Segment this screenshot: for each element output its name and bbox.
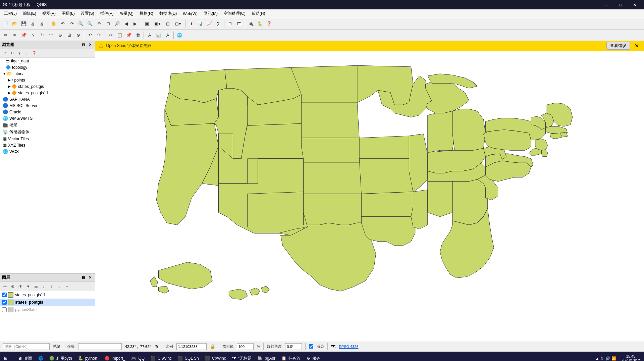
coord-input[interactable] [78, 343, 122, 350]
browser-item-points[interactable]: ▶ • points [0, 77, 95, 83]
layers-panel-close[interactable]: ✕ [87, 275, 93, 281]
maximize-button[interactable]: □ [614, 0, 627, 9]
taskbar-python[interactable]: 🐍 python› [75, 352, 101, 361]
browser-item-topology[interactable]: 🔷 topology [0, 64, 95, 70]
redo2-btn[interactable]: ↷ [95, 31, 103, 40]
menu-layer[interactable]: 图层(L) [59, 10, 77, 17]
view-error-button[interactable]: 查看错误 [606, 42, 630, 50]
tray-network[interactable]: 📶 [611, 356, 616, 361]
layer-more-btn[interactable]: ☰ [32, 283, 40, 290]
browser-item-xyz-tiles[interactable]: ▦ XYZ Tiles [0, 142, 95, 148]
zoom-out-btn[interactable]: 🔍 [86, 19, 94, 28]
save-project-btn[interactable]: 💾 [19, 19, 28, 28]
search-input[interactable] [3, 343, 50, 350]
layer-visibility-btn[interactable]: 👁 [17, 283, 24, 290]
layer-edit-btn[interactable]: ✏ [1, 283, 9, 290]
menu-plugins[interactable]: 插件(P) [98, 10, 116, 17]
browser-item-tutorial[interactable]: ▼ 📁 tutorial [0, 70, 95, 77]
layers-panel-float[interactable]: ⊟ [80, 275, 86, 281]
zoom-prev-btn[interactable]: ◀ [122, 19, 130, 28]
diagram-btn[interactable]: 📊 [154, 31, 163, 40]
snap-btn[interactable]: 📌 [19, 31, 28, 40]
taskbar-python-util[interactable]: 🟢 利用pyth [47, 352, 75, 361]
layer-item-python[interactable]: pythonState [0, 306, 95, 313]
layer-checkbox-states11[interactable] [2, 293, 7, 297]
crs-label[interactable]: EPSG:4326 [339, 345, 358, 349]
minimize-button[interactable]: — [600, 0, 613, 9]
browser-refresh-btn[interactable]: ↻ [9, 50, 15, 57]
python-console-btn[interactable]: 🐍 [256, 19, 264, 28]
print-composer-btn[interactable]: 🗔 [235, 19, 244, 28]
browser-add-btn[interactable]: ⊕ [1, 50, 8, 57]
browser-item-mssql[interactable]: 🔵 MS SQL Server [0, 102, 95, 109]
delete-btn[interactable]: 🗑 [133, 31, 142, 40]
menu-processing[interactable]: 空间处理(C) [221, 10, 248, 17]
browser-panel-float[interactable]: ⊟ [80, 42, 86, 48]
close-button[interactable]: ✕ [628, 0, 641, 9]
zoom-in-btn[interactable]: 🔍 [76, 19, 85, 28]
plugins-btn[interactable]: 🔌 [247, 19, 255, 28]
layer-item-states11[interactable]: states_postgis11 [0, 291, 95, 299]
render-checkbox[interactable] [309, 344, 313, 349]
help-btn[interactable]: ❓ [265, 19, 273, 28]
taskbar-pgadmin[interactable]: 🐘 pgAdr [255, 352, 278, 361]
taskbar-cmd2[interactable]: ⬛ C:\Winc [202, 352, 229, 361]
taskbar-taskmanager[interactable]: 📋 任务管 [279, 352, 303, 361]
select-drop-btn[interactable]: ▣▾ [152, 19, 163, 28]
layer-checkbox-python[interactable] [2, 307, 7, 312]
copy-btn[interactable]: 📋 [115, 31, 124, 40]
tray-expand[interactable]: ▲ [595, 356, 599, 360]
edit-btn[interactable]: ✒ [10, 31, 19, 40]
menu-vector[interactable]: 矢量(Q) [117, 10, 136, 17]
browser-item-tiger[interactable]: 🗃 tiger_data [0, 58, 95, 64]
browser-item-scene[interactable]: 🎬 场景 [0, 121, 95, 128]
layer-sort-btn[interactable]: ↕ [40, 283, 47, 290]
browser-item-states-postgis11[interactable]: ▶ 🔶 states_postgis11 [0, 90, 95, 96]
simplify-btn[interactable]: 〰 [47, 31, 55, 40]
undo2-btn[interactable]: ↶ [86, 31, 94, 40]
paste-btn[interactable]: 📌 [124, 31, 133, 40]
deselect-drop-btn[interactable]: ◻▾ [172, 19, 184, 28]
layer-filter-btn[interactable]: ▼ [24, 283, 32, 290]
taskbar-qgis[interactable]: 🗺 *无标题 [229, 352, 255, 361]
redo-btn[interactable]: ↷ [67, 19, 76, 28]
layer-up-btn[interactable]: ↑ [48, 283, 55, 290]
new-project-btn[interactable]: 📄 [1, 19, 10, 28]
field-calc-btn[interactable]: A [163, 31, 172, 40]
attribute-table-btn[interactable]: 📊 [196, 19, 205, 28]
layer-checkbox-states[interactable] [2, 300, 7, 305]
browser-item-oracle[interactable]: 🔵 Oracle [0, 109, 95, 115]
add-ring-btn[interactable]: ⊕ [56, 31, 64, 40]
layer-item-states[interactable]: states_postgis [0, 299, 95, 306]
cut-btn[interactable]: ✂ [106, 31, 115, 40]
browser-item-sensor[interactable]: 📡 传感器物体 [0, 128, 95, 136]
taskbar-cmd1[interactable]: ⬛ C:\Winc [148, 352, 174, 361]
label-btn[interactable]: A [145, 31, 154, 40]
taskbar-sqlsh[interactable]: ⬛ SQL Sh [175, 352, 202, 361]
browser-help-btn[interactable]: ❓ [31, 50, 38, 57]
lock-icon[interactable]: 🔒 [210, 344, 215, 349]
map-canvas[interactable] [95, 51, 644, 341]
layer-add-btn[interactable]: ⊕ [9, 283, 16, 290]
move-feature-btn[interactable]: ⤡ [29, 31, 37, 40]
browser-item-wms[interactable]: 🌐 WMS/WMTS [0, 115, 95, 121]
browser-item-saphana[interactable]: 🔵 SAP HANA [0, 96, 95, 102]
taskbar-desktop[interactable]: 🖥 桌面 [15, 352, 35, 361]
statistics-btn[interactable]: 📈 [205, 19, 214, 28]
start-button[interactable]: ⊞ [1, 352, 15, 361]
fill-ring-btn[interactable]: ⊗ [74, 31, 83, 40]
tray-lang[interactable]: 英 [600, 356, 604, 361]
warning-close-button[interactable]: ✕ [633, 42, 641, 50]
menu-project[interactable]: 工程(J) [1, 10, 19, 17]
layer-remove-btn[interactable]: − [63, 283, 70, 290]
taskbar-services[interactable]: ⚙ 服务 [304, 352, 323, 361]
zoom-full-btn[interactable]: ⊕ [95, 19, 103, 28]
browser-panel-close[interactable]: ✕ [87, 42, 93, 48]
taskbar-qq[interactable]: 🎮 QQ [128, 352, 147, 361]
pan-tool-btn[interactable]: ✋ [49, 19, 58, 28]
identify-btn[interactable]: ℹ [187, 19, 196, 28]
open-project-btn[interactable]: 📂 [10, 19, 19, 28]
rotate-btn[interactable]: ↻ [38, 31, 46, 40]
scale-input[interactable] [176, 343, 207, 350]
select-btn[interactable]: ▣ [143, 19, 151, 28]
